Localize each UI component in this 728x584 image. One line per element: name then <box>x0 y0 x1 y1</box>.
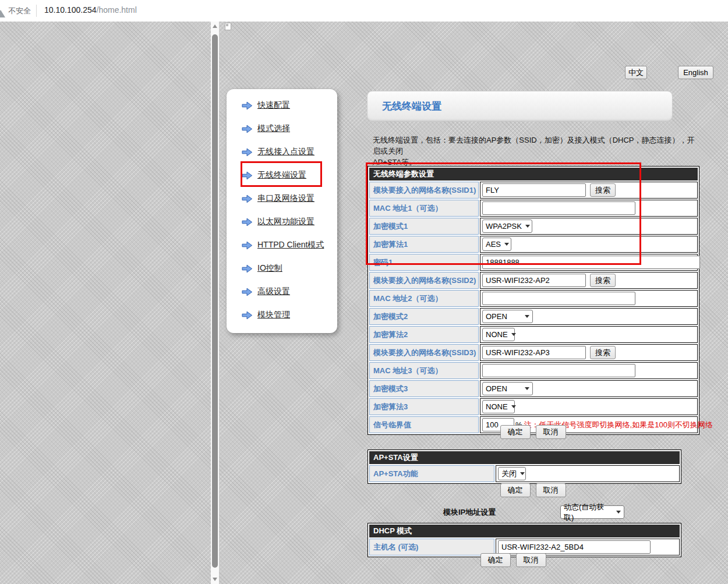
sidebar-item-ethernet[interactable]: 以太网功能设置 <box>227 210 337 233</box>
encryption-mode1-label: 加密模式1 <box>369 218 479 235</box>
encryption-algorithm3-select[interactable]: NONE <box>482 400 515 413</box>
arrow-right-icon <box>242 241 253 250</box>
url-host: 10.10.100.254 <box>44 5 97 15</box>
sidebar-item-sta-settings[interactable]: 无线终端设置 <box>227 164 337 187</box>
ssid2-search-button[interactable]: 搜索 <box>590 274 616 287</box>
ssid1-input[interactable] <box>482 183 586 197</box>
sidebar-item-quick-config[interactable]: 快速配置 <box>227 94 337 117</box>
ap-sta-table: AP+STA设置 AP+STA功能 关闭 <box>367 449 681 484</box>
ap-sta-function-label: AP+STA功能 <box>369 465 494 482</box>
encryption-mode1-select[interactable]: WPA2PSK <box>482 220 532 233</box>
table-row: 模块要接入的网络名称(SSID3) 搜索 <box>369 344 698 361</box>
ssid2-input[interactable] <box>482 274 586 287</box>
table-row: MAC 地址3（可选） <box>369 362 698 379</box>
sidebar-item-label: 无线接入点设置 <box>257 147 314 157</box>
arrow-right-icon <box>242 148 253 157</box>
table-row: 模块要接入的网络名称(SSID2) 搜索 <box>369 272 698 289</box>
chevron-down-icon <box>525 225 530 228</box>
sidebar-item-label: HTTPD Client模式 <box>257 240 324 250</box>
sidebar-item-label: 串口及网络设置 <box>257 193 314 204</box>
table-row: MAC 地址2（可选） <box>369 290 698 307</box>
chevron-down-icon <box>525 387 529 390</box>
chevron-down-icon <box>525 315 529 318</box>
scroll-down-icon[interactable] <box>211 575 219 584</box>
password1-label: 密码1 <box>369 254 479 271</box>
module-ip-mode-select[interactable]: 动态(自动获取) <box>560 505 624 519</box>
url-path: /home.html <box>97 5 137 15</box>
dhcp-confirm-button[interactable]: 确定 <box>480 553 511 567</box>
description-line: 无线终端设置，包括：要去连接的AP参数（SSID，加密）及接入模式（DHCP，静… <box>373 135 699 157</box>
ap-sta-cancel-button[interactable]: 取消 <box>536 483 566 497</box>
ap-sta-confirm-button[interactable]: 确定 <box>500 483 531 497</box>
arrow-right-icon <box>242 171 253 180</box>
ssid1-search-button[interactable]: 搜索 <box>590 183 616 197</box>
language-chinese-button[interactable]: 中文 <box>625 66 647 79</box>
password1-input[interactable] <box>482 256 700 269</box>
security-label: 不安全 <box>8 6 31 16</box>
warning-icon <box>0 10 5 17</box>
encryption-mode3-select[interactable]: OPEN <box>482 382 533 395</box>
ap-sta-function-select[interactable]: 关闭 <box>498 467 526 480</box>
sidebar-item-label: 高级设置 <box>257 286 290 297</box>
dhcp-table: DHCP 模式 主机名 (可选) <box>367 523 681 557</box>
scroll-up-icon[interactable] <box>211 22 219 31</box>
table-row: 加密算法1 AES <box>369 236 698 253</box>
sidebar-item-advanced[interactable]: 高级设置 <box>227 280 337 303</box>
table-row: 加密模式3 OPEN <box>369 380 698 397</box>
ssid2-label: 模块要接入的网络名称(SSID2) <box>369 272 479 289</box>
sidebar-item-mode-select[interactable]: 模式选择 <box>227 117 337 140</box>
encryption-algorithm2-select[interactable]: NONE <box>482 328 515 341</box>
table-row: 加密模式1 WPA2PSK <box>369 218 698 235</box>
mac2-input[interactable] <box>482 292 635 305</box>
page-title: 无线终端设置 <box>382 100 441 113</box>
table-header-row: 无线终端参数设置 <box>369 168 698 180</box>
mac1-input[interactable] <box>482 201 635 215</box>
sidebar-item-serial-network[interactable]: 串口及网络设置 <box>227 187 337 210</box>
ssid3-input[interactable] <box>482 346 586 359</box>
module-ip-setting-label: 模块IP地址设置 <box>443 507 496 518</box>
sidebar-item-ap-settings[interactable]: 无线接入点设置 <box>227 140 337 164</box>
sidebar-item-label: 模式选择 <box>257 123 290 134</box>
sta-button-row: 确定 取消 <box>367 425 699 439</box>
mac3-label: MAC 地址3（可选） <box>369 362 479 379</box>
mac3-input[interactable] <box>482 364 635 377</box>
sidebar-menu: 快速配置 模式选择 无线接入点设置 无线终端设置 串口及网络设置 以太网功能设置… <box>227 89 337 333</box>
page-title-panel: 无线终端设置 <box>367 91 673 121</box>
language-english-button[interactable]: English <box>678 66 713 79</box>
chevron-down-icon <box>511 405 516 408</box>
table-row: AP+STA功能 关闭 <box>369 465 680 482</box>
sta-parameters-table: 无线终端参数设置 模块要接入的网络名称(SSID1) 搜索 MAC 地址1（可选… <box>367 166 699 435</box>
table-header-row: DHCP 模式 <box>369 525 680 537</box>
browser-address-bar[interactable]: 不安全 10.10.100.254/home.html <box>0 0 728 22</box>
scrollbar-thumb[interactable] <box>212 34 218 568</box>
table-row: 加密算法2 NONE <box>369 326 698 343</box>
mac2-label: MAC 地址2（可选） <box>369 290 479 307</box>
sidebar-item-httpd-client[interactable]: HTTPD Client模式 <box>227 233 337 257</box>
broken-image-icon <box>225 23 231 30</box>
sidebar-item-label: 无线终端设置 <box>257 170 306 180</box>
encryption-mode2-select[interactable]: OPEN <box>482 310 533 323</box>
ap-sta-button-row: 确定 取消 <box>367 483 699 497</box>
table-header-row: AP+STA设置 <box>369 451 680 464</box>
sidebar-item-label: IO控制 <box>257 263 282 274</box>
arrow-right-icon <box>242 264 253 273</box>
dhcp-header: DHCP 模式 <box>369 525 680 537</box>
dhcp-cancel-button[interactable]: 取消 <box>516 553 546 567</box>
vertical-scrollbar[interactable] <box>211 22 219 584</box>
page-background: 中文 English 快速配置 模式选择 无线接入点设置 无线终端设置 串口及网… <box>0 22 728 584</box>
url-text[interactable]: 10.10.100.254/home.html <box>44 5 137 15</box>
ssid3-search-button[interactable]: 搜索 <box>590 346 616 359</box>
chevron-down-icon <box>511 333 516 336</box>
sta-cancel-button[interactable]: 取消 <box>536 425 566 439</box>
ssid3-label: 模块要接入的网络名称(SSID3) <box>369 344 479 361</box>
chevron-down-icon <box>520 472 525 475</box>
sidebar-item-module-management[interactable]: 模块管理 <box>227 303 337 327</box>
encryption-mode2-label: 加密模式2 <box>369 308 479 325</box>
encryption-algorithm1-select[interactable]: AES <box>482 238 511 251</box>
url-separator <box>36 5 37 17</box>
sta-confirm-button[interactable]: 确定 <box>500 425 531 439</box>
encryption-algorithm1-label: 加密算法1 <box>369 236 479 253</box>
ap-sta-header: AP+STA设置 <box>369 451 680 464</box>
hostname-input[interactable] <box>498 540 651 554</box>
sidebar-item-io-control[interactable]: IO控制 <box>227 257 337 280</box>
